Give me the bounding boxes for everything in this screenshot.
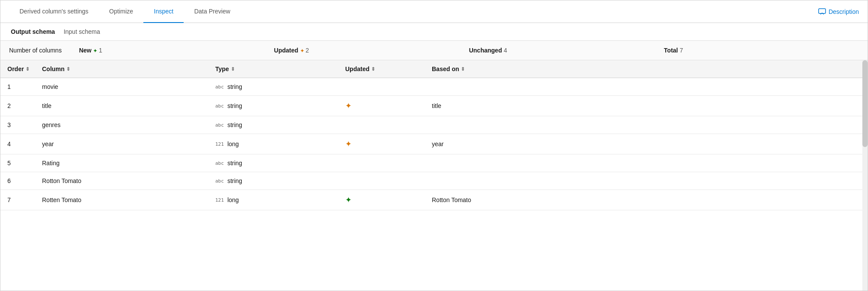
summary-updated: Updated✦ 2 (274, 47, 469, 54)
cell-column-3: year (35, 134, 208, 154)
tab-derived-columns-settings[interactable]: Derived column's settings (9, 0, 99, 23)
summary-total-count: 7 (680, 47, 683, 54)
cell-column-5: Rotton Tomato (35, 172, 208, 190)
type-label-0: string (227, 83, 242, 90)
type-badge-0: abc (215, 84, 224, 90)
table-header: Order ⇕ Column ⇕ Type ⇕ (0, 60, 868, 78)
summary-unchanged-label: Unchanged (469, 47, 502, 54)
col-header-order[interactable]: Order ⇕ (0, 60, 35, 78)
cell-order-6: 7 (0, 190, 35, 210)
col-header-updated[interactable]: Updated ⇕ (338, 60, 425, 78)
cell-type-5: abcstring (208, 172, 338, 190)
table-row[interactable]: 6Rotton Tomatoabcstring (0, 172, 868, 190)
type-label-5: string (227, 177, 242, 184)
scrollbar-track[interactable] (862, 60, 868, 291)
cell-column-1: title (35, 96, 208, 116)
updated-symbol-3: ✦ (345, 140, 352, 148)
table-row[interactable]: 1movieabcstring (0, 78, 868, 96)
col-header-type[interactable]: Type ⇕ (208, 60, 338, 78)
type-label-6: long (227, 196, 239, 203)
cell-column-4: Rating (35, 154, 208, 172)
type-badge-5: abc (215, 178, 224, 184)
summary-label: Number of columns (9, 47, 62, 54)
cell-type-1: abcstring (208, 96, 338, 116)
cell-order-2: 3 (0, 116, 35, 134)
cell-basedon-3: year (425, 134, 862, 154)
cell-basedon-6: Rotton Tomato (425, 190, 862, 210)
sub-tab-output-schema[interactable]: Output schema (9, 26, 62, 37)
scrollbar-thumb[interactable] (862, 60, 868, 147)
cell-basedon-4 (425, 154, 862, 172)
type-label-2: string (227, 121, 242, 128)
cell-updated-2 (338, 116, 425, 134)
type-label-3: long (227, 141, 239, 147)
col-header-basedon[interactable]: Based on ⇕ (425, 60, 862, 78)
cell-type-6: 121long (208, 190, 338, 210)
table-row[interactable]: 7Rotten Tomato121long✦Rotton Tomato (0, 190, 868, 210)
type-badge-6: 121 (215, 197, 224, 203)
tab-optimize[interactable]: Optimize (99, 0, 143, 23)
cell-basedon-2 (425, 116, 862, 134)
description-icon (818, 8, 826, 15)
cell-updated-1: ✦ (338, 96, 425, 116)
data-table: Order ⇕ Column ⇕ Type ⇕ (0, 60, 868, 210)
summary-bar: Number of columns New✦ 1 Updated✦ 2 Unch… (0, 41, 868, 60)
table-body: 1movieabcstring2titleabcstring✦title3gen… (0, 78, 868, 210)
cell-column-0: movie (35, 78, 208, 96)
updated-symbol-1: ✦ (345, 101, 352, 110)
updated-symbol-6: ✦ (345, 196, 352, 204)
sub-tab-bar: Output schema Input schema (0, 23, 868, 41)
cell-order-1: 2 (0, 96, 35, 116)
cell-order-0: 1 (0, 78, 35, 96)
type-label-1: string (227, 102, 242, 109)
cell-updated-3: ✦ (338, 134, 425, 154)
table-row[interactable]: 2titleabcstring✦title (0, 96, 868, 116)
summary-new: New✦ 1 (79, 47, 274, 54)
table-row[interactable]: 4year121long✦year (0, 134, 868, 154)
summary-total: Total 7 (664, 47, 859, 54)
cell-updated-4 (338, 154, 425, 172)
cell-order-5: 6 (0, 172, 35, 190)
summary-total-label: Total (664, 47, 678, 54)
sort-icon-updated: ⇕ (371, 66, 375, 72)
summary-unchanged: Unchanged 4 (469, 47, 664, 54)
cell-basedon-0 (425, 78, 862, 96)
cell-updated-5 (338, 172, 425, 190)
description-button[interactable]: Description (818, 8, 859, 15)
type-label-4: string (227, 160, 242, 167)
cell-type-0: abcstring (208, 78, 338, 96)
tab-inspect[interactable]: Inspect (143, 0, 184, 23)
summary-new-count: 1 (99, 47, 102, 54)
cell-type-3: 121long (208, 134, 338, 154)
cell-order-3: 4 (0, 134, 35, 154)
sort-icon-basedon: ⇕ (461, 66, 465, 72)
cell-column-2: genres (35, 116, 208, 134)
sub-tab-input-schema[interactable]: Input schema (62, 26, 107, 37)
cell-type-2: abcstring (208, 116, 338, 134)
type-badge-3: 121 (215, 141, 224, 147)
sort-icon-order: ⇕ (26, 66, 29, 72)
type-badge-2: abc (215, 122, 224, 128)
summary-updated-count: 2 (306, 47, 309, 54)
sort-icon-type: ⇕ (231, 66, 235, 72)
summary-updated-label: Updated (274, 47, 298, 54)
table-row[interactable]: 5Ratingabcstring (0, 154, 868, 172)
cell-basedon-5 (425, 172, 862, 190)
cell-updated-6: ✦ (338, 190, 425, 210)
col-header-column[interactable]: Column ⇕ (35, 60, 208, 78)
table-row[interactable]: 3genresabcstring (0, 116, 868, 134)
cell-column-6: Rotten Tomato (35, 190, 208, 210)
summary-unchanged-count: 4 (504, 47, 507, 54)
type-badge-4: abc (215, 160, 224, 166)
sort-icon-column: ⇕ (66, 66, 70, 72)
tab-bar: Derived column's settings Optimize Inspe… (0, 0, 868, 23)
type-badge-1: abc (215, 103, 224, 109)
cell-type-4: abcstring (208, 154, 338, 172)
description-label: Description (829, 8, 859, 15)
cell-basedon-1: title (425, 96, 862, 116)
summary-new-label: New (79, 47, 91, 54)
table-wrapper: Order ⇕ Column ⇕ Type ⇕ (0, 60, 868, 291)
main-container: Derived column's settings Optimize Inspe… (0, 0, 868, 291)
tab-data-preview[interactable]: Data Preview (184, 0, 240, 23)
cell-order-4: 5 (0, 154, 35, 172)
